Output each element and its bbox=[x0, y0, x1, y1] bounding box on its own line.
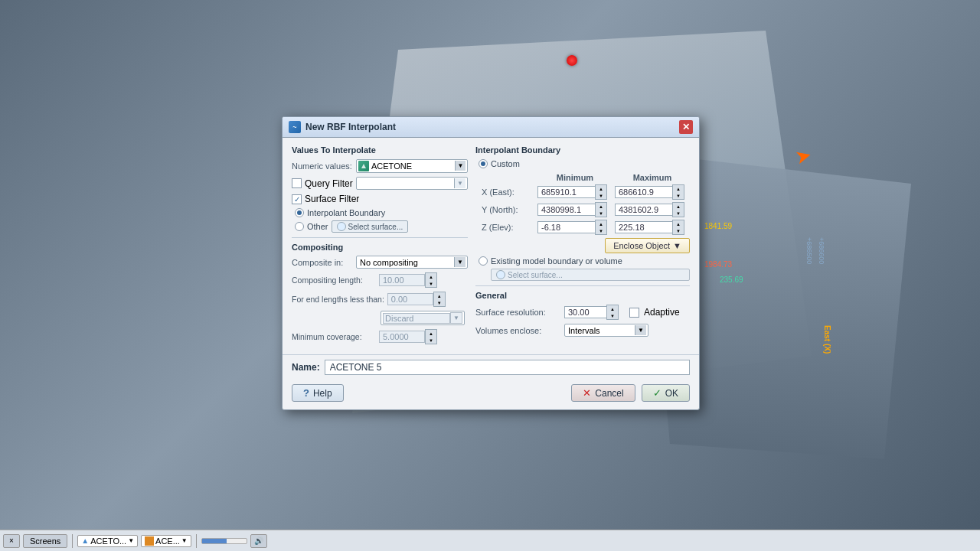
coord-grid: Minimum Maximum X (East): ▲ ▼ bbox=[482, 173, 690, 235]
custom-radio[interactable] bbox=[479, 159, 488, 168]
dialog-title-left: ~ New RBF Interpolant bbox=[289, 121, 396, 133]
enclose-row: Enclose Object ▼ bbox=[475, 238, 690, 253]
minimum-coverage-spinner-btns: ▲ ▼ bbox=[425, 329, 437, 344]
surface-resolution-up[interactable]: ▲ bbox=[607, 305, 618, 312]
x-min-down[interactable]: ▼ bbox=[596, 192, 606, 199]
compositing-length-label: Compositing length: bbox=[292, 276, 376, 285]
numeric-values-arrow[interactable]: ▼ bbox=[455, 161, 466, 171]
z-min-up[interactable]: ▲ bbox=[596, 220, 606, 227]
minimum-header: Minimum bbox=[537, 173, 612, 182]
values-section-header: Values To Interpolate bbox=[292, 145, 468, 155]
compositing-header: Compositing bbox=[292, 243, 468, 252]
surface-resolution-input[interactable] bbox=[564, 306, 606, 318]
for-end-lengths-label: For end lengths less than: bbox=[292, 295, 384, 304]
color-dropdown[interactable]: ACE... ▼ bbox=[141, 535, 191, 547]
color-arrow[interactable]: ▼ bbox=[181, 537, 188, 544]
enclose-object-label: Enclose Object bbox=[613, 241, 670, 250]
minimum-coverage-row: Minimum coverage: ▲ ▼ bbox=[292, 329, 468, 344]
y-max-input[interactable] bbox=[615, 204, 672, 216]
x-max-input[interactable] bbox=[615, 186, 672, 198]
compositing-length-up[interactable]: ▲ bbox=[426, 273, 436, 280]
color-swatch bbox=[145, 536, 154, 546]
discard-dropdown[interactable]: Discard ▼ bbox=[381, 311, 465, 325]
close-button[interactable]: ✕ bbox=[679, 120, 693, 134]
surface-resolution-spinner-btns: ▲ ▼ bbox=[606, 305, 619, 320]
name-label: Name: bbox=[292, 362, 320, 373]
x-max-up[interactable]: ▲ bbox=[673, 185, 684, 192]
taskbar-sep-2 bbox=[196, 534, 197, 548]
z-max-spinner-btns: ▲ ▼ bbox=[672, 220, 684, 235]
interpolant-boundary-label: Interpolant Boundary bbox=[307, 208, 385, 217]
surface-filter-checkbox[interactable] bbox=[292, 194, 302, 204]
for-end-lengths-input[interactable] bbox=[387, 293, 433, 305]
surface-resolution-down[interactable]: ▼ bbox=[607, 312, 618, 319]
model-arrow[interactable]: ▼ bbox=[128, 537, 134, 544]
dialog-icon: ~ bbox=[289, 121, 301, 133]
volumes-enclose-arrow[interactable]: ▼ bbox=[635, 325, 646, 335]
y-max-down[interactable]: ▼ bbox=[673, 210, 684, 217]
other-radio[interactable] bbox=[295, 222, 304, 231]
surface-resolution-spinner: ▲ ▼ bbox=[564, 305, 619, 320]
taskbar: × Screens ▲ ACETO... ▼ ACE... ▼ 🔊 bbox=[0, 530, 980, 551]
z-max-up[interactable]: ▲ bbox=[673, 220, 684, 227]
numeric-values-value: ACETONE bbox=[371, 161, 452, 171]
select-surface-button[interactable]: Select surface... bbox=[332, 220, 409, 233]
cancel-button[interactable]: ✕ Cancel bbox=[571, 384, 635, 402]
compositing-length-down[interactable]: ▼ bbox=[426, 280, 436, 287]
query-filter-arrow[interactable]: ▼ bbox=[454, 178, 466, 188]
y-min-up[interactable]: ▲ bbox=[596, 203, 606, 210]
numeric-values-combo[interactable]: ACETONE ▼ bbox=[356, 159, 468, 173]
left-panel: Values To Interpolate Numeric values: AC… bbox=[292, 145, 468, 348]
minimum-coverage-up[interactable]: ▲ bbox=[426, 330, 436, 337]
compositing-length-spinner-btns: ▲ ▼ bbox=[425, 272, 437, 288]
other-radio-row: Other Select surface... bbox=[292, 220, 468, 233]
y-min-input[interactable] bbox=[537, 204, 595, 216]
minimum-coverage-spinner: ▲ ▼ bbox=[379, 329, 437, 344]
dialog-title: New RBF Interpolant bbox=[305, 122, 396, 132]
composite-in-arrow[interactable]: ▼ bbox=[454, 257, 466, 267]
z-max-input[interactable] bbox=[615, 221, 672, 233]
discard-arrow[interactable]: ▼ bbox=[450, 312, 462, 324]
coord-235: 235.69 bbox=[720, 276, 743, 284]
for-end-lengths-up[interactable]: ▲ bbox=[434, 292, 445, 299]
name-input[interactable] bbox=[325, 360, 690, 375]
taskbar-screens[interactable]: Screens bbox=[23, 534, 67, 548]
y-min-down[interactable]: ▼ bbox=[596, 210, 606, 217]
discard-value: Discard bbox=[383, 313, 450, 324]
volumes-enclose-dropdown[interactable]: Intervals ▼ bbox=[564, 324, 648, 337]
x-min-input[interactable] bbox=[537, 186, 595, 198]
z-min-input[interactable] bbox=[537, 221, 595, 233]
x-min-up[interactable]: ▲ bbox=[596, 185, 606, 192]
z-max-down[interactable]: ▼ bbox=[673, 227, 684, 234]
for-end-lengths-down[interactable]: ▼ bbox=[434, 299, 445, 306]
x-max-down[interactable]: ▼ bbox=[673, 192, 684, 199]
compositing-length-input[interactable] bbox=[379, 274, 425, 286]
coord-headers: Minimum Maximum bbox=[482, 173, 690, 182]
axis-686500: +686500 bbox=[805, 237, 813, 264]
z-min-down[interactable]: ▼ bbox=[596, 227, 606, 234]
composite-in-dropdown[interactable]: No compositing ▼ bbox=[356, 256, 468, 269]
query-filter-checkbox[interactable] bbox=[292, 178, 302, 188]
model-dropdown[interactable]: ▲ ACETO... ▼ bbox=[77, 535, 138, 547]
y-max-up[interactable]: ▲ bbox=[673, 203, 684, 210]
minimum-coverage-input[interactable] bbox=[379, 331, 425, 343]
help-button[interactable]: ? Help bbox=[292, 384, 344, 402]
ok-label: OK bbox=[665, 388, 678, 399]
speaker-btn[interactable]: 🔊 bbox=[250, 534, 267, 548]
right-panel: Interpolant Boundary Custom Minimum Maxi… bbox=[475, 145, 690, 348]
discard-row: Discard ▼ bbox=[292, 311, 468, 325]
interpolant-boundary-radio[interactable] bbox=[295, 208, 304, 217]
for-end-lengths-spinner-btns: ▲ ▼ bbox=[433, 292, 446, 307]
y-north-row: Y (North): ▲ ▼ ▲ ▼ bbox=[482, 202, 690, 217]
taskbar-close-btn[interactable]: × bbox=[3, 534, 20, 548]
minimum-coverage-down[interactable]: ▼ bbox=[426, 337, 436, 344]
y-max-spinner: ▲ ▼ bbox=[615, 202, 690, 217]
existing-model-radio[interactable] bbox=[479, 256, 488, 266]
query-filter-dropdown[interactable]: ▼ bbox=[356, 177, 468, 190]
enclose-object-button[interactable]: Enclose Object ▼ bbox=[605, 238, 690, 253]
adaptive-checkbox[interactable] bbox=[629, 308, 639, 318]
surface-icon bbox=[337, 222, 346, 231]
help-label: Help bbox=[313, 388, 332, 399]
x-east-row: X (East): ▲ ▼ ▲ ▼ bbox=[482, 184, 690, 200]
ok-button[interactable]: ✓ OK bbox=[642, 384, 690, 402]
